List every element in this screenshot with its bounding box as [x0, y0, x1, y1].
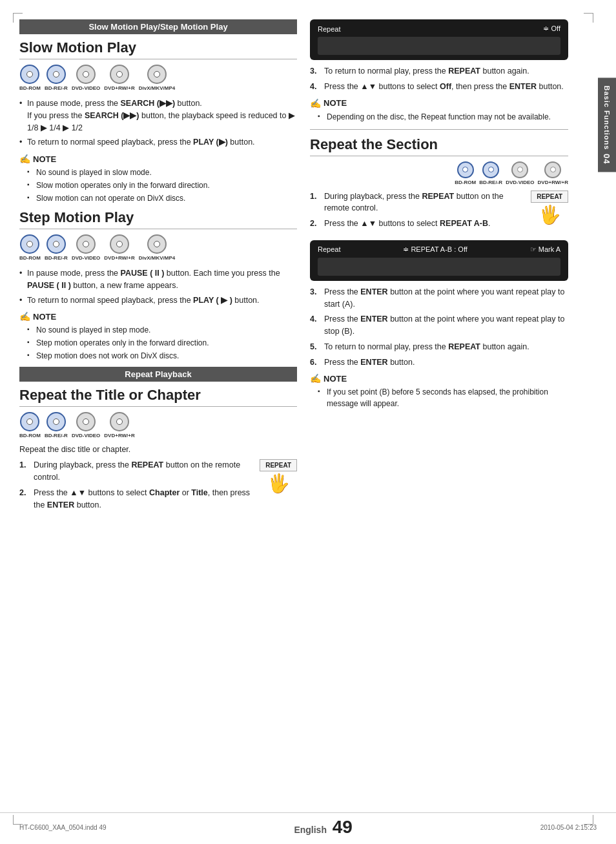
slow-motion-note-2: Slow motion operates only in the forward…: [27, 180, 297, 191]
page-footer: HT-C6600_XAA_0504.indd 49 English 49 201…: [0, 812, 616, 838]
disc-label-dvd-rw-1: DVD+RW/+R: [104, 85, 134, 91]
hand-icon-right: 🖐: [531, 204, 568, 225]
screen-mockup-1: Repeat ≑ Off: [310, 19, 568, 60]
repeat-section-step-6: 6. Press the ENTER button.: [310, 356, 568, 369]
slow-motion-title: Slow Motion Play: [19, 39, 297, 59]
slow-motion-banner: Slow Motion Play/Step Motion Play: [19, 19, 297, 34]
right-note-1-item-1: Depending on the disc, the Repeat functi…: [318, 111, 568, 123]
disc-circle-dvd-video-3: [76, 412, 96, 431]
right-note-2-title: ✍ NOTE: [310, 373, 568, 384]
note-icon-2: ✍: [19, 311, 30, 322]
disc-bd-re-4: BD-RE/-R: [479, 161, 502, 185]
step-motion-bullet-2: To return to normal speed playback, pres…: [19, 294, 297, 307]
disc-circle-divx-1: [147, 65, 167, 84]
disc-bd-rom-3: BD-ROM: [19, 412, 41, 438]
disc-label-bd-rom-4: BD-ROM: [455, 180, 476, 185]
screen2-value-right: ☞ Mark A: [530, 245, 560, 254]
slow-motion-note-list: No sound is played in slow mode. Slow mo…: [19, 167, 297, 204]
slow-motion-bullet-1: In pause mode, press the SEARCH (▶▶) but…: [19, 98, 297, 134]
disc-circle-dvd-rw-4: [544, 161, 561, 178]
repeat-disc-intro: Repeat the disc title or chapter.: [19, 445, 297, 454]
disc-label-divx-1: DivX/MKV/MP4: [139, 85, 175, 91]
repeat-section-step-2: 2. Press the ▲▼ buttons to select REPEAT…: [310, 218, 524, 230]
disc-dvd-video-4: DVD-VIDEO: [506, 161, 534, 185]
repeat-title-step-2: 2. Press the ▲▼ buttons to select Chapte…: [19, 487, 253, 511]
repeat-btn-label-right: REPEAT: [531, 190, 568, 203]
disc-dvd-video-3: DVD-VIDEO: [72, 412, 100, 438]
disc-circle-bd-rom-2: [20, 234, 39, 254]
screen2-label: Repeat: [318, 245, 340, 253]
disc-circle-dvd-video-4: [511, 161, 528, 178]
footer-pagenum: 49: [333, 817, 353, 837]
disc-bd-re-3: BD-RE/-R: [45, 412, 68, 438]
main-columns: Slow Motion Play/Step Motion Play Slow M…: [0, 19, 616, 516]
disc-circle-divx-2: [147, 234, 167, 254]
disc-dvd-rw-4: DVD+RW/+R: [538, 161, 568, 185]
disc-circle-dvd-video-1: [76, 65, 96, 84]
step-motion-bullets: In pause mode, press the PAUSE ( II ) bu…: [19, 267, 297, 306]
note-icon-4: ✍: [310, 373, 321, 384]
right-column-steps-123: 3. To return to normal play, press the R…: [310, 65, 568, 93]
left-column: Slow Motion Play/Step Motion Play Slow M…: [19, 19, 297, 516]
disc-label-dvd-video-1: DVD-VIDEO: [72, 85, 100, 91]
step-motion-title: Step Motion Play: [19, 209, 297, 229]
disc-label-dvd-rw-2: DVD+RW/+R: [104, 255, 134, 261]
disc-label-bd-rom-1: BD-ROM: [19, 85, 41, 91]
disc-circle-bd-re-1: [46, 65, 66, 84]
right-note-2: ✍ NOTE If you set point (B) before 5 sec…: [310, 373, 568, 409]
slow-motion-note-title: ✍ NOTE: [19, 154, 297, 164]
repeat-section-title: Repeat the Section: [310, 136, 568, 156]
section-divider: [310, 129, 568, 130]
right-note-1-title: ✍ NOTE: [310, 98, 568, 108]
corner-mark-tl: [13, 13, 23, 23]
repeat-section-disc-icons: BD-ROM BD-RE/-R DVD-VIDEO DVD+RW/+R: [310, 161, 568, 185]
step-motion-note-title: ✍ NOTE: [19, 311, 297, 322]
disc-label-bd-re-1: BD-RE/-R: [45, 85, 68, 91]
disc-label-bd-re-2: BD-RE/-R: [45, 255, 68, 261]
repeat-btn-left: REPEAT 🖐: [260, 459, 297, 494]
disc-divx-1: DivX/MKV/MP4: [139, 65, 175, 91]
right-step-4: 4. Press the ▲▼ buttons to select Off, t…: [310, 81, 568, 93]
right-note-1-list: Depending on the disc, the Repeat functi…: [310, 111, 568, 123]
page-container: 04 Basic Functions Slow Motion Play/Step…: [0, 0, 616, 844]
disc-label-bd-rom-2: BD-ROM: [19, 255, 41, 261]
disc-bd-re-1: BD-RE/-R: [45, 65, 68, 91]
repeat-section-step-1: 1. During playback, press the REPEAT but…: [310, 190, 524, 215]
disc-bd-rom-4: BD-ROM: [455, 161, 476, 185]
note-icon-1: ✍: [19, 154, 30, 164]
repeat-section-step-5: 5. To return to normal play, press the R…: [310, 341, 568, 353]
disc-circle-dvd-video-2: [76, 234, 96, 254]
disc-label-bd-re-3: BD-RE/-R: [45, 433, 68, 438]
disc-label-dvd-rw-3: DVD+RW/+R: [104, 433, 134, 438]
repeat-btn-right: REPEAT 🖐: [531, 190, 568, 225]
step-motion-disc-icons: BD-ROM BD-RE/-R DVD-VIDEO DVD+RW/+R DivX…: [19, 234, 297, 261]
disc-circle-bd-rom-4: [457, 161, 474, 178]
disc-dvd-video-1: DVD-VIDEO: [72, 65, 100, 91]
disc-label-dvd-video-2: DVD-VIDEO: [72, 255, 100, 261]
right-column: Repeat ≑ Off 3. To return to normal play…: [310, 19, 588, 516]
step-motion-bullet-1: In pause mode, press the PAUSE ( II ) bu…: [19, 267, 297, 292]
disc-label-divx-2: DivX/MKV/MP4: [139, 255, 175, 261]
repeat-section-step-3: 3. Press the ENTER button at the point w…: [310, 286, 568, 311]
repeat-section-step-4: 4. Press the ENTER button at the point w…: [310, 313, 568, 338]
disc-dvd-rw-2: DVD+RW/+R: [104, 234, 134, 261]
disc-circle-bd-re-2: [46, 234, 66, 254]
disc-bd-rom-2: BD-ROM: [19, 234, 41, 261]
disc-divx-2: DivX/MKV/MP4: [139, 234, 175, 261]
slow-motion-note-1: No sound is played in slow mode.: [27, 167, 297, 178]
disc-dvd-video-2: DVD-VIDEO: [72, 234, 100, 261]
screen2-value-left: ≑ REPEAT A-B : Off: [403, 245, 467, 254]
note-icon-3: ✍: [310, 98, 321, 108]
repeat-title-steps: 1. During playback, press the REPEAT but…: [19, 459, 297, 511]
repeat-section-steps-area: REPEAT 🖐 1. During playback, press the R…: [310, 190, 568, 235]
repeat-title-step-1: 1. During playback, press the REPEAT but…: [19, 459, 253, 484]
footer-file: HT-C6600_XAA_0504.indd 49: [19, 824, 107, 831]
repeat-section-steps: 1. During playback, press the REPEAT but…: [310, 190, 568, 230]
screen1-label: Repeat: [318, 25, 340, 33]
screen1-value: ≑ Off: [543, 25, 560, 33]
disc-circle-dvd-rw-3: [110, 412, 129, 431]
slow-motion-bullets: In pause mode, press the SEARCH (▶▶) but…: [19, 98, 297, 149]
disc-label-dvd-video-4: DVD-VIDEO: [506, 180, 534, 185]
right-step-3: 3. To return to normal play, press the R…: [310, 65, 568, 77]
footer-english: English: [294, 825, 327, 835]
